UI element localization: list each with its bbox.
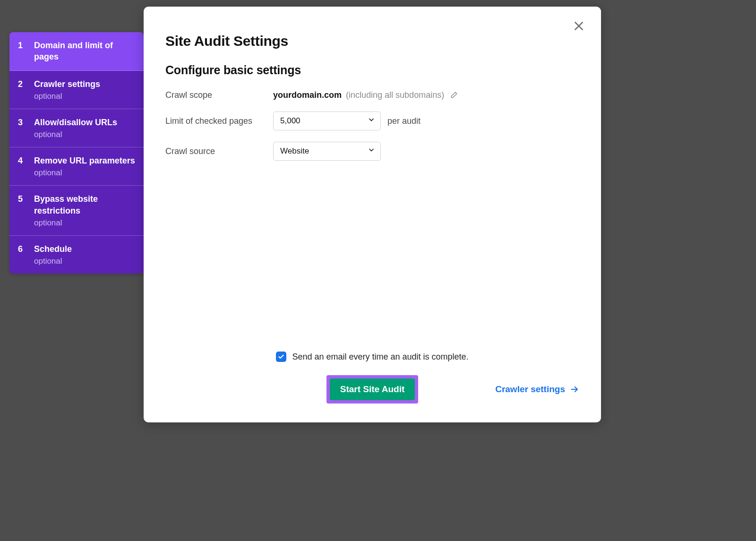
limit-select-value: 5,000 — [273, 112, 381, 130]
sidebar-step-5[interactable]: 5 Bypass website restrictions optional — [9, 186, 144, 236]
step-body: Crawler settings optional — [34, 78, 100, 101]
step-body: Remove URL parameters optional — [34, 155, 135, 178]
step-title: Schedule — [34, 243, 72, 255]
edit-icon[interactable] — [449, 91, 458, 100]
actions-row: Start Site Audit Crawler settings — [165, 375, 579, 404]
crawl-scope-note: (including all subdomains) — [346, 90, 444, 100]
panel-title: Site Audit Settings — [165, 33, 579, 49]
close-icon[interactable] — [573, 20, 587, 34]
email-notice-row: Send an email every time an audit is com… — [276, 352, 468, 362]
step-number: 6 — [18, 243, 26, 255]
step-body: Allow/disallow URLs optional — [34, 117, 117, 139]
sidebar-step-1[interactable]: 1 Domain and limit of pages — [9, 32, 144, 71]
step-optional-label: optional — [34, 168, 135, 178]
step-optional-label: optional — [34, 257, 72, 266]
arrow-right-icon — [570, 385, 579, 394]
step-optional-label: optional — [34, 218, 135, 228]
step-optional-label: optional — [34, 92, 100, 101]
step-number: 4 — [18, 155, 26, 166]
sidebar-step-3[interactable]: 3 Allow/disallow URLs optional — [9, 109, 144, 147]
step-body: Bypass website restrictions optional — [34, 193, 135, 228]
crawl-source-select[interactable]: Website — [273, 142, 381, 161]
start-site-audit-button[interactable]: Start Site Audit — [330, 378, 415, 400]
email-checkbox[interactable] — [276, 352, 286, 362]
step-title: Crawler settings — [34, 78, 100, 90]
crawl-source-value: Website — [273, 142, 381, 161]
panel-footer: Send an email every time an audit is com… — [165, 352, 579, 404]
row-limit-pages: Limit of checked pages 5,000 per audit — [165, 112, 579, 130]
row-crawl-source: Crawl source Website — [165, 142, 579, 161]
panel-subtitle: Configure basic settings — [165, 63, 579, 77]
step-title: Domain and limit of pages — [34, 40, 135, 63]
step-number: 2 — [18, 78, 26, 90]
step-title: Bypass website restrictions — [34, 193, 135, 216]
crawler-settings-link[interactable]: Crawler settings — [495, 384, 579, 395]
label-crawl-scope: Crawl scope — [165, 90, 273, 100]
crawl-scope-value: yourdomain.com (including all subdomains… — [273, 90, 458, 100]
sidebar-step-2[interactable]: 2 Crawler settings optional — [9, 71, 144, 109]
limit-suffix: per audit — [387, 116, 421, 126]
limit-select[interactable]: 5,000 — [273, 112, 381, 130]
sidebar-step-6[interactable]: 6 Schedule optional — [9, 236, 144, 274]
step-body: Domain and limit of pages — [34, 40, 135, 63]
step-number: 5 — [18, 193, 26, 205]
label-crawl-source: Crawl source — [165, 146, 273, 156]
crawl-scope-domain: yourdomain.com — [273, 90, 342, 100]
step-number: 1 — [18, 40, 26, 51]
step-title: Remove URL parameters — [34, 155, 135, 166]
row-crawl-scope: Crawl scope yourdomain.com (including al… — [165, 90, 579, 100]
step-title: Allow/disallow URLs — [34, 117, 117, 128]
label-limit-pages: Limit of checked pages — [165, 116, 273, 126]
start-button-highlight: Start Site Audit — [326, 375, 419, 404]
next-link-text: Crawler settings — [495, 384, 565, 395]
settings-panel: Site Audit Settings Configure basic sett… — [144, 7, 601, 422]
email-notice-text: Send an email every time an audit is com… — [292, 352, 468, 362]
step-body: Schedule optional — [34, 243, 72, 266]
steps-sidebar: 1 Domain and limit of pages 2 Crawler se… — [9, 32, 144, 274]
step-number: 3 — [18, 117, 26, 128]
sidebar-step-4[interactable]: 4 Remove URL parameters optional — [9, 147, 144, 186]
step-optional-label: optional — [34, 130, 117, 139]
